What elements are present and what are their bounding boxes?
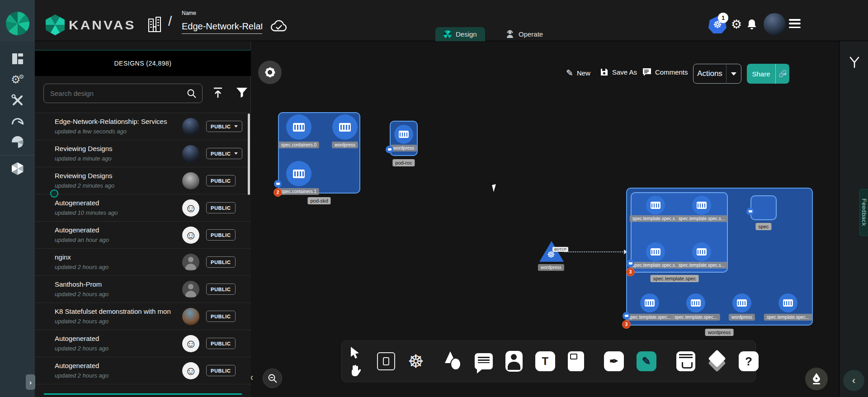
pen-tool-icon[interactable]: ✒ — [604, 351, 624, 371]
organization-icon[interactable] — [147, 16, 162, 33]
visibility-badge: PUBLIC — [206, 175, 236, 186]
actions-split-button[interactable]: Actions — [693, 64, 741, 84]
actions-label: Actions — [693, 69, 726, 78]
share-split-button[interactable]: Share 🔗⃘︎ — [747, 64, 789, 84]
search-icon[interactable] — [187, 89, 197, 99]
container-node[interactable] — [732, 293, 751, 312]
container-node[interactable] — [646, 196, 665, 215]
list-item[interactable]: Santhosh-Prom updated 2 hours ago PUBLIC — [35, 275, 251, 302]
tab-design[interactable]: Design — [435, 27, 485, 41]
container-node[interactable] — [640, 293, 659, 312]
nav-dashboard-icon[interactable] — [0, 48, 35, 69]
list-item[interactable]: Autogenerated updated 2 hours ago ☺ PUBL… — [35, 330, 251, 357]
nav-lifecycle-icon[interactable]: ⚙⚙ — [0, 69, 35, 90]
new-button[interactable]: ✎ New — [566, 68, 590, 78]
container-node[interactable] — [332, 114, 358, 140]
list-item[interactable]: Autogenerated updated 10 minutes ago ☺ P… — [35, 194, 251, 221]
list-item[interactable]: Reviewing Designs updated 2 minutes ago … — [35, 167, 251, 194]
note-tool-icon[interactable] — [568, 351, 584, 371]
list-scrollbar[interactable] — [248, 113, 250, 195]
copy-link-icon[interactable]: 🔗⃘︎ — [776, 70, 789, 78]
visibility-badge[interactable]: PUBLIC — [206, 148, 242, 159]
import-design-icon[interactable] — [212, 86, 224, 99]
container-icon — [339, 123, 351, 132]
list-item[interactable]: Autogenerated updated an hour ago ☺ PUBL… — [35, 221, 251, 248]
design-updated: updated a few seconds ago — [55, 128, 127, 135]
shapes-tool-icon[interactable] — [444, 351, 462, 371]
tab-operate[interactable]: Operate — [497, 27, 551, 41]
pod-kind-badge — [627, 260, 634, 267]
pan-tool-icon[interactable] — [349, 364, 361, 377]
design-updated: updated 2 hours ago — [55, 318, 108, 325]
nav-configuration-icon[interactable] — [0, 90, 35, 111]
filter-funnel-icon[interactable] — [236, 86, 248, 98]
container-node[interactable] — [686, 293, 705, 312]
container-node[interactable] — [286, 114, 311, 140]
design-title: nginx — [55, 253, 172, 261]
design-owner-avatar: ☺ — [182, 199, 199, 217]
save-as-button[interactable]: Save As — [600, 68, 637, 76]
actions-caret-icon[interactable] — [731, 72, 736, 76]
container-node[interactable] — [778, 293, 797, 312]
nav-performance-icon[interactable] — [0, 111, 35, 132]
error-count-badge[interactable]: 2 — [274, 188, 282, 197]
layers-tool-icon[interactable] — [708, 351, 726, 371]
error-count-badge[interactable]: 3 — [622, 320, 631, 329]
error-count-badge[interactable]: 3 — [626, 268, 635, 276]
container-node[interactable] — [286, 161, 311, 186]
list-item-partial[interactable] — [35, 384, 251, 397]
media-tool-icon[interactable] — [505, 351, 523, 372]
design-title: Autogenerated — [55, 335, 172, 342]
collapse-right-chevron[interactable]: ‹ — [843, 370, 864, 391]
list-item[interactable]: Edge-Network-Relationship: Services upda… — [35, 113, 251, 140]
container-node[interactable] — [646, 242, 665, 261]
settings-gear-icon[interactable]: ⚙ — [731, 17, 742, 32]
list-item[interactable]: nginx updated 2 hours ago PUBLIC — [35, 248, 251, 275]
nav-extensions-icon[interactable] — [0, 132, 35, 152]
comments-button[interactable]: Comments — [642, 68, 688, 76]
kanvas-logo-icon[interactable] — [46, 14, 65, 35]
select-tool-icon[interactable] — [349, 346, 361, 359]
container-icon — [645, 299, 655, 307]
menu-hamburger-icon[interactable] — [789, 19, 801, 28]
list-item[interactable]: Autogenerated updated 2 hours ago ☺ PUBL… — [35, 357, 251, 384]
container-node[interactable] — [692, 196, 711, 215]
operator-status-button[interactable] — [258, 61, 282, 84]
container-icon — [783, 299, 793, 307]
feedback-tab[interactable]: Feedback — [859, 189, 868, 236]
user-avatar[interactable] — [764, 13, 786, 35]
expand-rail-button[interactable]: › — [26, 374, 35, 390]
comment-tool-icon[interactable] — [475, 353, 493, 369]
component-tool-icon[interactable] — [377, 352, 395, 370]
container-icon — [697, 248, 707, 255]
node-label: spec.template.spec — [651, 275, 699, 282]
collaborator-avatar — [50, 189, 58, 198]
nav-kanvas-icon[interactable] — [0, 158, 35, 179]
magnifier-minus-icon — [268, 373, 278, 383]
container-node[interactable] — [394, 125, 413, 144]
help-tool-icon[interactable]: ? — [739, 351, 759, 371]
node-spec[interactable] — [750, 195, 777, 220]
node-label: wordpress — [538, 264, 564, 271]
zoom-out-button[interactable] — [263, 369, 282, 388]
design-owner-avatar — [182, 281, 199, 298]
freehand-draw-button[interactable] — [805, 368, 828, 390]
versions-branch-icon[interactable] — [849, 57, 860, 68]
container-node[interactable] — [692, 242, 711, 261]
sketch-tool-icon-active[interactable]: ✎ — [637, 351, 656, 371]
archive-tool-icon[interactable] — [676, 351, 695, 371]
meshery-logo-icon[interactable] — [6, 12, 29, 35]
container-icon — [399, 131, 409, 138]
notifications-bell-icon[interactable] — [746, 18, 758, 31]
design-name-input[interactable] — [182, 19, 262, 34]
list-item[interactable]: K8 Statefulset demonstration with mon up… — [35, 302, 251, 330]
node-pod-template[interactable] — [631, 192, 728, 273]
text-tool-icon[interactable]: T — [535, 351, 555, 371]
edge-port-label: 80/TCP — [552, 247, 568, 252]
search-input[interactable] — [44, 90, 187, 97]
kubernetes-tool-icon[interactable]: ☸ — [408, 352, 424, 370]
list-item[interactable]: Reviewing Designs updated a minute ago P… — [35, 140, 251, 167]
visibility-badge[interactable]: PUBLIC — [206, 121, 242, 132]
search-box[interactable] — [43, 84, 203, 103]
edge-service-deployment[interactable] — [564, 251, 625, 252]
